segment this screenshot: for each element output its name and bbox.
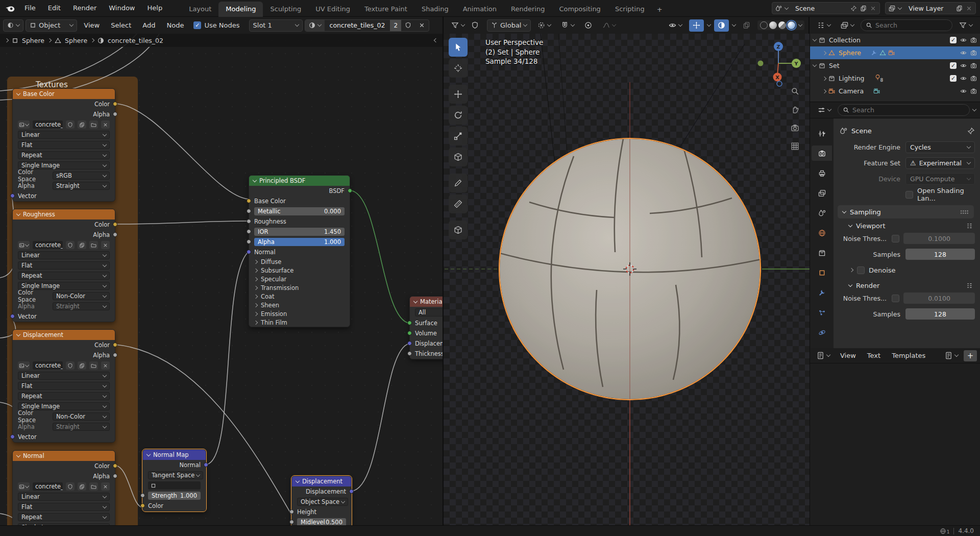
annotate-tool[interactable]	[449, 174, 468, 192]
tab-sculpting[interactable]: Sculpting	[263, 2, 308, 17]
visibility-dropdown-button[interactable]	[665, 19, 685, 32]
displacement-out-socket[interactable]	[349, 489, 354, 494]
image-texture-node-displacement[interactable]: Displacement Color Alpha concrete_tiles_…	[12, 329, 115, 443]
colorspace-select[interactable]: Non-Color	[53, 412, 110, 421]
interpolation-select[interactable]: Linear	[18, 131, 110, 139]
new-scene-icon[interactable]	[860, 5, 867, 12]
base-color-socket[interactable]	[247, 199, 251, 203]
material-name-field[interactable]: concrete_tiles_02	[325, 21, 390, 29]
modifier-icon[interactable]	[871, 50, 877, 56]
denoise-expand-icon[interactable]	[849, 268, 853, 272]
unlink-material-button[interactable]	[415, 19, 429, 32]
panel-sheen[interactable]: Sheen	[249, 301, 350, 309]
transform-tool[interactable]	[449, 148, 468, 166]
roughness-socket[interactable]	[247, 219, 251, 224]
expand-icon[interactable]	[822, 76, 826, 80]
surface-socket[interactable]	[407, 321, 412, 325]
use-nodes-checkbox[interactable]: ✓	[193, 21, 201, 29]
ior-socket[interactable]	[247, 229, 251, 234]
breadcrumb-material[interactable]: concrete_tiles_02	[108, 37, 163, 44]
orthographic-grid-icon[interactable]	[791, 142, 799, 151]
copy-image-button[interactable]	[78, 361, 86, 370]
open-image-button[interactable]	[89, 241, 98, 249]
colorspace-select[interactable]: Non-Color	[53, 292, 110, 300]
interpolation-select[interactable]: Linear	[18, 493, 110, 501]
sidebar-collapse-icon[interactable]	[434, 38, 438, 42]
tab-world[interactable]	[812, 225, 832, 240]
render-noise-threshold-checkbox[interactable]	[892, 295, 899, 302]
source-select[interactable]: Single Image	[18, 523, 110, 525]
image-name-field[interactable]: concrete_tiles_0...	[33, 241, 63, 249]
render-noise-threshold-field[interactable]: 0.0100	[903, 293, 975, 304]
menu-edit[interactable]: Edit	[42, 0, 67, 16]
outliner-row-camera[interactable]: Camera	[810, 85, 980, 98]
tab-output[interactable]	[812, 165, 832, 181]
shading-solid-button[interactable]	[769, 21, 777, 29]
outliner-row-sphere[interactable]: Sphere	[810, 46, 980, 59]
scale-tool[interactable]	[449, 127, 468, 145]
measure-tool[interactable]	[449, 194, 468, 213]
menu-help[interactable]: Help	[141, 0, 169, 16]
normal-out-socket[interactable]	[204, 462, 208, 467]
strength-socket[interactable]	[140, 493, 145, 498]
tab-render[interactable]	[812, 145, 832, 161]
unlink-image-button[interactable]	[101, 482, 110, 491]
render-visibility-icon[interactable]	[970, 50, 977, 56]
hide-eye-icon[interactable]	[960, 50, 967, 56]
snap-target-button[interactable]	[534, 19, 554, 32]
navigation-gizmo[interactable]: Z Y X	[755, 40, 802, 87]
pan-hand-icon[interactable]	[791, 105, 799, 114]
extension-select[interactable]: Repeat	[18, 272, 110, 280]
shader-type-select[interactable]: Object	[26, 19, 77, 32]
tab-rendering[interactable]: Rendering	[504, 2, 552, 17]
material-users-button[interactable]: 2	[390, 19, 401, 32]
principled-bsdf-node[interactable]: Principled BSDF BSDF Base Color Metallic…	[249, 175, 350, 327]
color-socket[interactable]	[113, 102, 117, 106]
properties-breadcrumb-scene[interactable]: Scene	[851, 127, 872, 135]
osl-checkbox[interactable]	[905, 191, 913, 199]
camera-data-icon[interactable]	[873, 88, 880, 94]
menu-te-templates[interactable]: Templates	[887, 352, 930, 359]
feature-set-select[interactable]: ⚠Experimental	[905, 157, 975, 169]
image-browse-button[interactable]	[18, 482, 30, 491]
menu-render[interactable]: Render	[67, 0, 103, 16]
menu-window[interactable]: Window	[103, 0, 141, 16]
fake-user-button[interactable]	[66, 241, 75, 249]
alpha-mode-select[interactable]: Straight	[53, 182, 110, 190]
unlink-image-button[interactable]	[101, 120, 110, 129]
outliner-filter-button[interactable]	[955, 19, 976, 32]
shading-rendered-button[interactable]	[788, 21, 795, 29]
alpha-slider[interactable]: Alpha1.000	[254, 238, 345, 246]
displacement-socket[interactable]	[407, 341, 412, 346]
preset-icon[interactable]	[966, 282, 973, 289]
fake-user-button[interactable]	[66, 482, 75, 491]
viewport-samples-field[interactable]: 128	[905, 249, 975, 260]
height-socket[interactable]	[289, 509, 294, 514]
tab-scene[interactable]	[812, 205, 832, 221]
unlink-image-button[interactable]	[101, 361, 110, 370]
tab-scripting[interactable]: Scripting	[608, 2, 652, 17]
image-texture-node-roughness[interactable]: Roughness Color Alpha concrete_tiles_0..…	[12, 209, 115, 322]
shading-dropdown-icon[interactable]	[798, 22, 802, 27]
fake-user-button[interactable]	[401, 19, 415, 32]
selectability-filter-button[interactable]	[448, 19, 468, 32]
overlays-dropdown-icon[interactable]	[732, 22, 736, 27]
strength-slider[interactable]: Strength1.000	[148, 492, 201, 500]
open-image-button[interactable]	[89, 361, 98, 370]
tab-modifiers[interactable]	[812, 285, 832, 300]
material-output-node[interactable]: Material Output All Surface Volume Displ…	[409, 296, 443, 359]
interpolation-select[interactable]: Linear	[18, 372, 110, 380]
copy-image-button[interactable]	[78, 482, 86, 491]
outliner-row-collection[interactable]: Collection ✓	[810, 34, 980, 46]
panel-subsurface[interactable]: Subsurface	[249, 266, 350, 275]
render-visibility-icon[interactable]	[970, 37, 977, 43]
image-name-field[interactable]: concrete_tiles_0...	[33, 361, 63, 370]
shading-material-button[interactable]	[778, 21, 786, 29]
tab-animation[interactable]: Animation	[456, 2, 504, 17]
text-editor-type-button[interactable]	[813, 350, 834, 362]
proportional-falloff-button[interactable]	[599, 19, 619, 32]
breadcrumb-object[interactable]: Sphere	[22, 37, 44, 44]
outliner-row-lighting[interactable]: Lighting 8 ✓	[810, 72, 980, 85]
panel-coat[interactable]: Coat	[249, 292, 350, 301]
image-browse-button[interactable]	[18, 361, 30, 370]
